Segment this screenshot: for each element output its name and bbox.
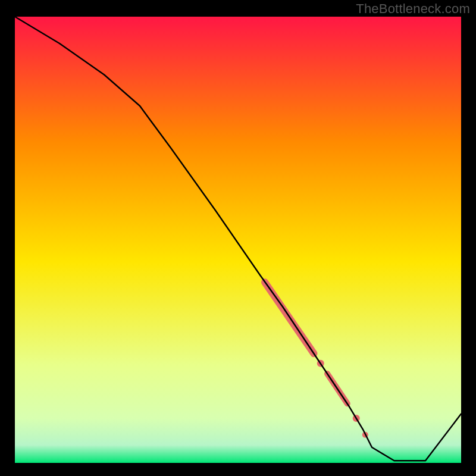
watermark-text: TheBottleneck.com [356, 1, 470, 17]
gradient-background [15, 17, 461, 463]
chart-stage: TheBottleneck.com [0, 0, 476, 476]
bottleneck-chart [0, 0, 476, 476]
